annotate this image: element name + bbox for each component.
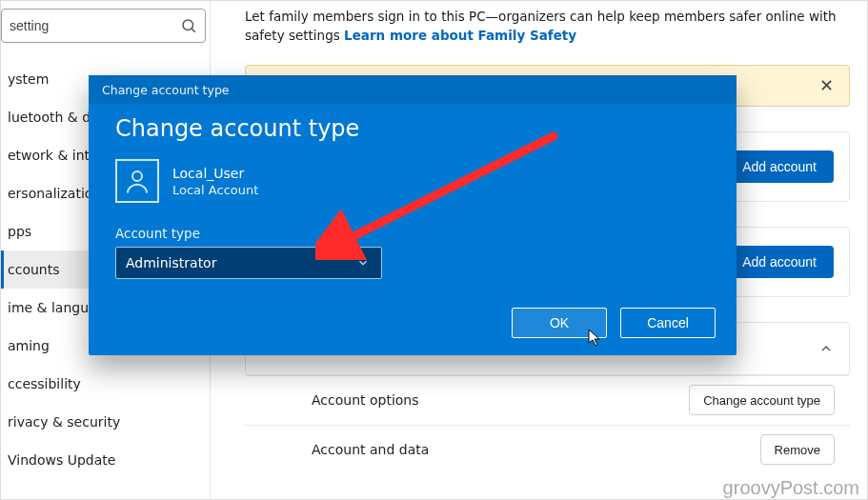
intro-text: Let family members sign in to this PC—or… — [245, 7, 850, 46]
cancel-button[interactable]: Cancel — [620, 308, 716, 338]
svg-point-2 — [132, 171, 142, 181]
search-input[interactable] — [10, 18, 180, 33]
dialog-heading: Change account type — [115, 115, 710, 142]
search-box[interactable] — [1, 9, 206, 43]
ok-button[interactable]: OK — [512, 308, 607, 338]
account-data-label: Account and data — [312, 442, 429, 457]
account-type-dropdown[interactable]: Administrator — [115, 247, 382, 279]
nav-item-accessibility[interactable]: ccessibility — [1, 365, 210, 403]
dialog-titlebar-text: Change account type — [102, 83, 230, 97]
add-account-button-2[interactable]: Add account — [725, 246, 834, 278]
nav-item-privacy[interactable]: rivacy & security — [1, 403, 210, 441]
account-options-label: Account options — [312, 392, 419, 408]
change-account-type-button[interactable]: Change account type — [689, 385, 835, 415]
user-avatar-icon — [115, 159, 159, 203]
dialog-user-block: Local_User Local Account — [115, 159, 710, 203]
dialog-user-name: Local_User — [172, 165, 258, 182]
account-type-label: Account type — [115, 226, 710, 241]
chevron-up-icon — [818, 341, 834, 356]
svg-line-1 — [192, 29, 194, 31]
account-data-row: Account and data Remove — [245, 425, 850, 474]
search-icon — [180, 17, 197, 34]
nav-item-windows-update[interactable]: Vindows Update — [1, 441, 210, 479]
dialog-titlebar: Change account type — [89, 75, 737, 104]
change-account-type-dialog: Change account type Change account type … — [89, 75, 737, 355]
close-icon[interactable]: ✕ — [819, 75, 834, 95]
account-options-row: Account options Change account type — [245, 375, 850, 425]
chevron-down-icon — [356, 256, 372, 271]
dialog-user-type: Local Account — [172, 183, 258, 197]
svg-point-0 — [183, 20, 193, 30]
remove-account-button[interactable]: Remove — [760, 434, 835, 465]
add-account-button-1[interactable]: Add account — [725, 150, 834, 183]
learn-more-link[interactable]: Learn more about Family Safety — [344, 28, 576, 43]
watermark-text: groovyPost.com — [723, 477, 859, 499]
dropdown-value: Administrator — [126, 255, 216, 270]
